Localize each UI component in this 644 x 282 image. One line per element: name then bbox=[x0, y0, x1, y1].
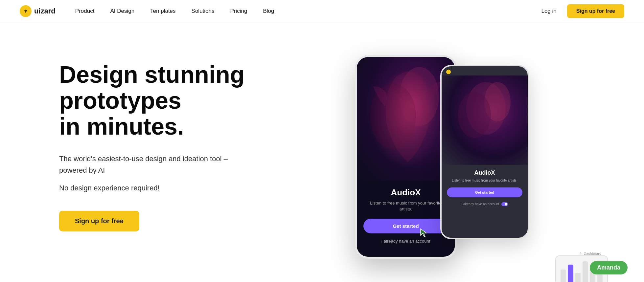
phone-sec-cta-button[interactable]: Get started bbox=[447, 187, 522, 197]
hero-right: 1. Welcome AudioX Listen to free music f… bbox=[315, 49, 618, 282]
phone-sec-toggle bbox=[501, 202, 508, 206]
nav-right: Log in Sign up for free bbox=[541, 4, 624, 18]
phone-sec-sub: Listen to free music from your favorite … bbox=[447, 178, 522, 183]
svg-point-3 bbox=[458, 92, 491, 138]
phone-sec-dot-icon bbox=[446, 70, 451, 74]
svg-point-5 bbox=[400, 67, 439, 126]
hero-heading-line3: in minutes. bbox=[59, 113, 184, 140]
phone-sec-background bbox=[442, 76, 528, 164]
navbar: uizard Product AI Design Templates Solut… bbox=[0, 0, 644, 22]
hero-heading-line2: prototypes bbox=[59, 87, 181, 114]
phone-main-cta-button[interactable]: Get started bbox=[363, 219, 448, 233]
hero-heading-line1: Design stunning bbox=[59, 61, 244, 88]
bar-1 bbox=[561, 270, 566, 282]
cursor-icon bbox=[420, 228, 428, 238]
svg-point-6 bbox=[370, 83, 416, 149]
hero-left: Design stunning prototypes in minutes. T… bbox=[59, 49, 289, 231]
logo-icon bbox=[20, 5, 32, 17]
nav-link-ai-design[interactable]: AI Design bbox=[110, 8, 134, 14]
login-button[interactable]: Log in bbox=[541, 8, 556, 14]
nav-link-product[interactable]: Product bbox=[75, 8, 95, 14]
nav-link-blog[interactable]: Blog bbox=[263, 8, 274, 14]
nav-link-solutions[interactable]: Solutions bbox=[192, 8, 215, 14]
phone-sec-already-label: I already have an account bbox=[461, 202, 508, 206]
bar-4 bbox=[583, 261, 588, 282]
phone-main-already-label: I already have an account bbox=[363, 239, 448, 244]
hero-cta-button[interactable]: Sign up for free bbox=[59, 211, 139, 231]
phone-main-title: AudioX bbox=[363, 187, 448, 198]
nav-link-templates[interactable]: Templates bbox=[150, 8, 175, 14]
phone-sec-content: AudioX Listen to free music from your fa… bbox=[442, 165, 528, 210]
logo[interactable]: uizard bbox=[20, 5, 56, 17]
nav-signup-button[interactable]: Sign up for free bbox=[567, 4, 624, 18]
nav-links: Product AI Design Templates Solutions Pr… bbox=[75, 8, 541, 14]
logo-text: uizard bbox=[34, 7, 56, 15]
phone-sec-title: AudioX bbox=[447, 169, 522, 176]
svg-point-4 bbox=[378, 67, 437, 152]
phone-secondary: AudioX Listen to free music from your fa… bbox=[440, 65, 529, 239]
hero-heading: Design stunning prototypes in minutes. bbox=[59, 62, 289, 140]
nav-link-pricing[interactable]: Pricing bbox=[230, 8, 247, 14]
dashboard-label: 4. Dashboard bbox=[580, 251, 601, 255]
bar-3 bbox=[575, 273, 581, 282]
phone-main-sub: Listen to free music from your favorite … bbox=[363, 200, 448, 212]
phone-sec-dot-label bbox=[442, 66, 528, 76]
hero-subtext1: The world's easiest-to-use design and id… bbox=[59, 153, 243, 176]
amanda-badge: Amanda bbox=[590, 261, 628, 274]
hero-subtext2: No design experience required! bbox=[59, 184, 289, 192]
hero-section: Design stunning prototypes in minutes. T… bbox=[0, 22, 644, 282]
bar-2 bbox=[568, 265, 573, 282]
